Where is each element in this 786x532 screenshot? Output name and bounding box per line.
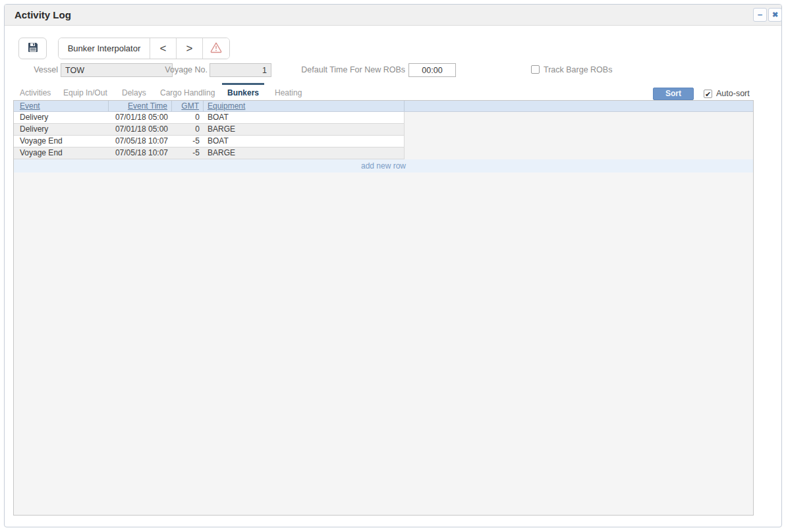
bunkers-grid: Event Event Time GMT Equipment Delivery …	[13, 100, 754, 516]
close-button[interactable]: ✖	[768, 8, 782, 22]
cell-gmt[interactable]: -5	[172, 147, 204, 159]
tab-activities[interactable]: Activities	[14, 83, 56, 100]
grid-header-row: Event Event Time GMT Equipment	[14, 101, 753, 112]
checkbox-check-icon: ✔	[705, 90, 711, 98]
tab-bunkers[interactable]: Bunkers	[222, 83, 264, 100]
add-new-row-link[interactable]: add new row	[361, 161, 406, 171]
cell-event[interactable]: Voyage End	[14, 147, 109, 159]
voyage-no-label: Voyage No.	[142, 63, 208, 77]
track-barge-robs-checkbox[interactable]	[531, 65, 540, 74]
default-time-input[interactable]	[408, 63, 456, 77]
grid-empty-area	[14, 173, 753, 515]
save-button[interactable]	[18, 38, 47, 59]
chevron-left-icon: <	[160, 42, 167, 55]
cell-equipment[interactable]: BARGE	[204, 147, 395, 159]
tab-equip-in-out[interactable]: Equip In/Out	[58, 83, 113, 100]
tab-cargo-handling[interactable]: Cargo Handling	[155, 83, 220, 100]
cell-event-time[interactable]: 07/01/18 05:00	[109, 112, 172, 123]
auto-sort-label: Auto-sort	[716, 89, 750, 99]
default-time-label: Default Time For New ROBs	[273, 63, 405, 77]
save-icon	[27, 41, 39, 56]
column-header-event-time[interactable]: Event Time	[109, 101, 172, 111]
cell-event-time[interactable]: 07/05/18 10:07	[109, 136, 172, 147]
bunker-interpolator-button[interactable]: Bunker Interpolator	[59, 38, 150, 59]
cell-equipment[interactable]: BOAT	[204, 112, 395, 123]
prev-button[interactable]: <	[150, 38, 177, 59]
cell-gmt[interactable]: 0	[172, 124, 204, 135]
next-button[interactable]: >	[177, 38, 203, 59]
cell-event-time[interactable]: 07/05/18 10:07	[109, 147, 172, 159]
minimize-button[interactable]: −	[753, 8, 767, 22]
cell-event-time[interactable]: 07/01/18 05:00	[109, 124, 172, 135]
add-row-strip: add new row	[14, 159, 753, 173]
warnings-button[interactable]	[203, 38, 229, 59]
cell-gmt[interactable]: -5	[172, 136, 204, 147]
window-title: Activity Log	[14, 5, 71, 25]
cell-event[interactable]: Voyage End	[14, 136, 109, 147]
activity-log-window: Activity Log − ✖ Bunker Interpolator < >	[4, 4, 782, 527]
grid-row-filler	[405, 112, 753, 159]
table-row[interactable]: Voyage End 07/05/18 10:07 -5 BARGE	[14, 147, 405, 159]
auto-sort-checkbox[interactable]: ✔	[704, 90, 712, 98]
cell-event[interactable]: Delivery	[14, 124, 109, 135]
cell-event[interactable]: Delivery	[14, 112, 109, 123]
track-barge-robs-label: Track Barge ROBs	[544, 65, 612, 75]
column-header-equipment[interactable]: Equipment	[204, 101, 405, 111]
warning-icon	[210, 41, 223, 56]
titlebar: Activity Log − ✖	[5, 5, 781, 26]
column-header-event[interactable]: Event	[14, 101, 109, 111]
sort-button[interactable]: Sort	[653, 88, 694, 100]
close-icon: ✖	[772, 11, 778, 18]
vessel-label: Vessel	[18, 63, 58, 77]
table-row[interactable]: Voyage End 07/05/18 10:07 -5 BOAT	[14, 136, 405, 147]
tab-heating[interactable]: Heating	[269, 83, 307, 100]
tab-delays[interactable]: Delays	[117, 83, 152, 100]
chevron-right-icon: >	[186, 42, 193, 55]
table-row[interactable]: Delivery 07/01/18 05:00 0 BOAT	[14, 112, 405, 124]
cell-equipment[interactable]: BARGE	[204, 124, 395, 135]
minimize-icon: −	[758, 10, 763, 20]
cell-equipment[interactable]: BOAT	[204, 136, 395, 147]
cell-gmt[interactable]: 0	[172, 112, 204, 123]
grid-header-filler	[405, 101, 753, 111]
table-row[interactable]: Delivery 07/01/18 05:00 0 BARGE	[14, 124, 405, 136]
toolbar-button-group: Bunker Interpolator < >	[58, 38, 230, 59]
column-header-gmt[interactable]: GMT	[172, 101, 204, 111]
voyage-no-input[interactable]	[210, 63, 271, 77]
